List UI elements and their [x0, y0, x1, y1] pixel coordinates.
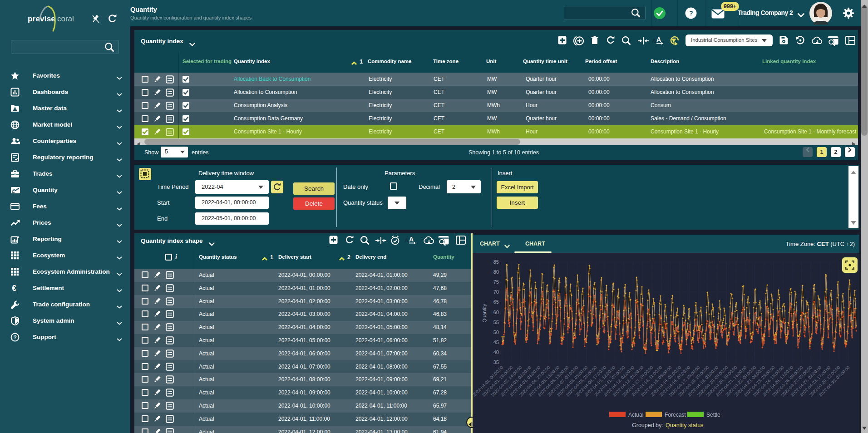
svg-text:€: € [12, 284, 16, 293]
svg-text:?: ? [14, 335, 17, 340]
svg-text:85: 85 [493, 259, 499, 265]
svg-text:A: A [404, 237, 409, 244]
svg-text:35: 35 [493, 359, 499, 365]
svg-text:Quantity: Quantity [482, 304, 487, 322]
svg-text:45: 45 [493, 340, 499, 345]
svg-text:?: ? [689, 10, 693, 17]
svg-text:40: 40 [493, 349, 499, 355]
svg-text:50: 50 [493, 330, 499, 335]
svg-text:70: 70 [493, 289, 499, 295]
svg-text:75: 75 [493, 279, 499, 285]
svg-text:60: 60 [493, 310, 499, 315]
svg-text:A: A [656, 36, 661, 43]
svg-text:A: A [409, 236, 414, 243]
svg-text:65: 65 [493, 299, 499, 305]
svg-text:A: A [652, 37, 656, 44]
svg-text:80: 80 [493, 269, 499, 275]
svg-text:55: 55 [493, 320, 499, 325]
